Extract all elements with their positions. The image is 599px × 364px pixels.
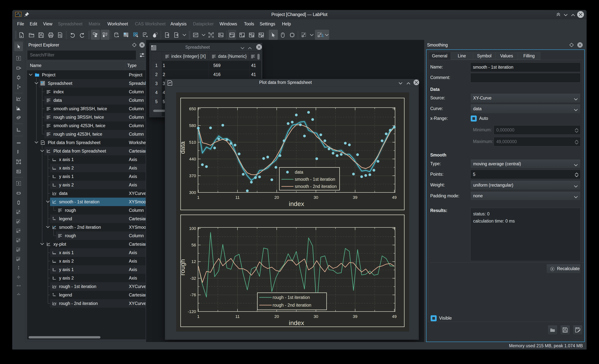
svg-text:smooth - 2nd iteration: smooth - 2nd iteration bbox=[59, 225, 101, 230]
svg-text:49: 49 bbox=[392, 314, 396, 319]
svg-text:1: 1 bbox=[197, 195, 199, 200]
svg-text:CartesianPlot: CartesianPlot bbox=[129, 242, 146, 247]
svg-text:370: 370 bbox=[189, 173, 196, 178]
svg-text:rough using 4253H, twice: rough using 4253H, twice bbox=[53, 132, 102, 137]
svg-text:rough - 1st iteration: rough - 1st iteration bbox=[273, 295, 310, 300]
svg-text:Column: Column bbox=[129, 89, 144, 94]
svg-text:650: 650 bbox=[189, 107, 196, 111]
svg-text:data: data bbox=[295, 170, 303, 175]
svg-text:Axis: Axis bbox=[129, 275, 137, 281]
svg-text:440: 440 bbox=[189, 157, 196, 161]
svg-text:XYCurve: XYCurve bbox=[129, 301, 146, 306]
svg-text:1: 1 bbox=[322, 34, 324, 38]
svg-text:legend: legend bbox=[59, 216, 72, 221]
svg-text:Column: Column bbox=[129, 98, 144, 103]
svg-text:smooth using 3RSSH, twice: smooth using 3RSSH, twice bbox=[53, 106, 107, 111]
svg-text:100: 100 bbox=[189, 226, 196, 231]
svg-text:smooth - 2nd iteration: smooth - 2nd iteration bbox=[295, 184, 336, 189]
svg-text:rough: rough bbox=[65, 208, 76, 213]
svg-text:56: 56 bbox=[192, 243, 196, 247]
svg-text:510: 510 bbox=[189, 140, 196, 145]
svg-text:Axis: Axis bbox=[129, 174, 137, 179]
svg-text:data: data bbox=[53, 98, 62, 103]
svg-text:Worksheet: Worksheet bbox=[129, 140, 146, 145]
svg-text:Project: Project bbox=[42, 72, 55, 77]
svg-text:Column: Column bbox=[129, 132, 144, 137]
svg-text:Axis: Axis bbox=[129, 267, 137, 272]
svg-text:300: 300 bbox=[189, 190, 196, 195]
svg-text:y axis 2: y axis 2 bbox=[59, 275, 74, 281]
svg-text:Plot data from Spreadsheet: Plot data from Spreadsheet bbox=[53, 149, 106, 153]
svg-text:rough - 2nd iteration: rough - 2nd iteration bbox=[273, 303, 311, 308]
svg-text:Column: Column bbox=[129, 115, 144, 120]
svg-text:Axis: Axis bbox=[129, 166, 137, 170]
svg-text:30: 30 bbox=[314, 314, 318, 319]
svg-text:11: 11 bbox=[235, 314, 240, 319]
svg-text:XYSmoothCurve: XYSmoothCurve bbox=[129, 225, 146, 230]
svg-text:rough - 1st iteration: rough - 1st iteration bbox=[59, 284, 96, 289]
svg-text:smooth using 4253H, twice: smooth using 4253H, twice bbox=[53, 123, 105, 128]
svg-text:Project: Project bbox=[129, 72, 142, 77]
svg-text:Plot data from Spreadsheet: Plot data from Spreadsheet bbox=[48, 140, 101, 145]
svg-text:XYCurve: XYCurve bbox=[129, 191, 146, 196]
svg-text:Spreadsheet: Spreadsheet bbox=[48, 81, 72, 86]
svg-text:Column: Column bbox=[129, 208, 144, 213]
svg-text:1: 1 bbox=[197, 314, 199, 319]
svg-text:legend: legend bbox=[59, 293, 72, 297]
svg-text:rough using 3RSSH, twice: rough using 3RSSH, twice bbox=[53, 115, 104, 120]
svg-text:Column: Column bbox=[129, 106, 144, 111]
svg-text:20: 20 bbox=[274, 195, 279, 200]
svg-text:data: data bbox=[179, 142, 186, 154]
svg-text:data: data bbox=[59, 191, 68, 196]
svg-text:x axis 1: x axis 1 bbox=[59, 250, 74, 255]
svg-text:rough: rough bbox=[65, 233, 76, 238]
svg-text:20: 20 bbox=[274, 314, 279, 319]
svg-text:-32: -32 bbox=[190, 276, 196, 281]
svg-text:smooth - 1st iteration: smooth - 1st iteration bbox=[59, 199, 99, 204]
svg-text:smooth - 1st iteration: smooth - 1st iteration bbox=[295, 177, 335, 182]
svg-text:x axis 2: x axis 2 bbox=[59, 259, 74, 264]
svg-text:Axis: Axis bbox=[129, 157, 137, 162]
svg-text:49: 49 bbox=[392, 195, 396, 200]
svg-text:Column: Column bbox=[129, 233, 144, 238]
svg-text:39: 39 bbox=[353, 195, 357, 200]
svg-text:Axis: Axis bbox=[129, 182, 137, 187]
svg-text:XYSmoothCurve: XYSmoothCurve bbox=[129, 199, 146, 204]
svg-text:index: index bbox=[289, 319, 304, 326]
svg-text:rough - 2nd iteration: rough - 2nd iteration bbox=[59, 301, 98, 306]
svg-text:39: 39 bbox=[353, 314, 357, 319]
svg-text:y axis 1: y axis 1 bbox=[59, 174, 74, 179]
svg-text:index: index bbox=[53, 89, 64, 94]
svg-text:Spreadsheet: Spreadsheet bbox=[129, 81, 146, 86]
svg-text:CartesianPlotLegend: CartesianPlotLegend bbox=[129, 293, 146, 297]
svg-text:y axis 1: y axis 1 bbox=[59, 267, 74, 272]
svg-text:x axis 2: x axis 2 bbox=[59, 166, 74, 170]
svg-text:CartesianPlot: CartesianPlot bbox=[129, 149, 146, 153]
svg-text:30: 30 bbox=[314, 195, 318, 200]
svg-text:12: 12 bbox=[192, 259, 196, 264]
svg-text:580: 580 bbox=[189, 123, 196, 128]
svg-text:y axis 2: y axis 2 bbox=[59, 182, 74, 187]
svg-text:11: 11 bbox=[235, 195, 240, 200]
svg-text:Column: Column bbox=[129, 123, 144, 128]
svg-text:CartesianPlotLegend: CartesianPlotLegend bbox=[129, 216, 146, 221]
svg-text:xy-plot: xy-plot bbox=[53, 242, 66, 247]
svg-text:x axis 1: x axis 1 bbox=[59, 157, 74, 162]
svg-text:index: index bbox=[289, 200, 304, 207]
svg-text:XYCurve: XYCurve bbox=[129, 284, 146, 289]
svg-text:rough: rough bbox=[179, 259, 186, 275]
svg-text:-120: -120 bbox=[188, 309, 196, 314]
svg-text:-76: -76 bbox=[190, 293, 196, 297]
svg-text:Axis: Axis bbox=[129, 259, 137, 264]
svg-text:Axis: Axis bbox=[129, 250, 137, 255]
